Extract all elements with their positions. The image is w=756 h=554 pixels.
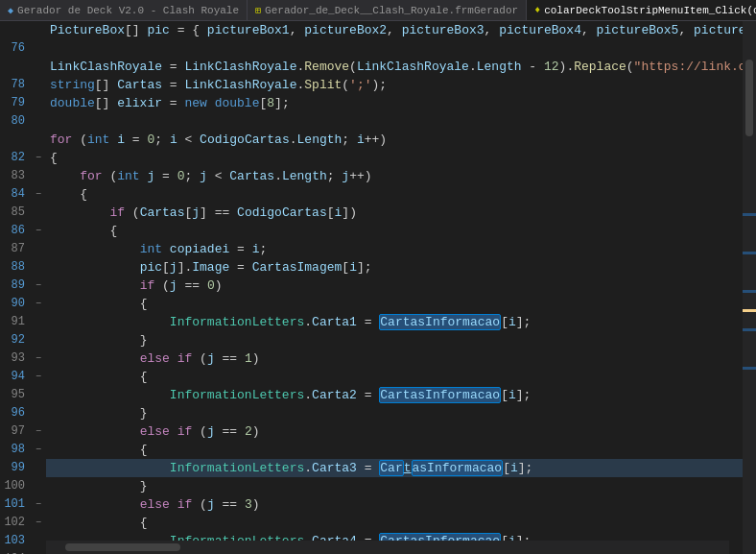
- h-scroll-thumb[interactable]: [65, 543, 180, 551]
- scroll-marker-2: [743, 252, 756, 254]
- scroll-current-marker: [743, 309, 756, 312]
- editor: 76 78 79 80 82 83 84 85 86 87 88 89 90 9…: [0, 21, 756, 554]
- code-line: int copiadei = i;: [46, 240, 743, 258]
- code-line: if (j == 0): [46, 277, 743, 295]
- code-line: InformationLetters.Carta1 = CartasInform…: [46, 313, 743, 331]
- code-line: {: [46, 441, 743, 459]
- scroll-marker-1: [743, 213, 756, 216]
- code-line: {: [46, 222, 743, 240]
- tab-1-label: Gerador de Deck V2.0 - Clash Royale: [17, 5, 239, 16]
- tab-2-icon: ⊞: [255, 5, 261, 16]
- code-line: }: [46, 404, 743, 422]
- code-line: {: [46, 185, 743, 204]
- code-line: {: [46, 514, 743, 532]
- code-line: string[] Cartas = LinkClashRoyale.Split(…: [46, 76, 743, 94]
- code-line: for (int i = 0; i < CodigoCartas.Length;…: [46, 131, 743, 149]
- vertical-scrollbar[interactable]: [743, 21, 756, 554]
- tab-2[interactable]: ⊞ Gerador_de_Deck__Clash_Royale.frmGerad…: [248, 0, 527, 20]
- tab-3-icon: ♦: [534, 5, 540, 15]
- code-line: [46, 39, 743, 58]
- code-line: }: [46, 331, 743, 349]
- code-line: {: [46, 368, 743, 386]
- title-bar: ◆ Gerador de Deck V2.0 - Clash Royale ⊞ …: [0, 0, 756, 21]
- tab-3[interactable]: ♦ colarDeckToolStripMenuItem_Click(objec…: [527, 0, 756, 20]
- line-numbers-gutter: 76 78 79 80 82 83 84 85 86 87 88 89 90 9…: [0, 21, 31, 554]
- collapse-gutter: − − − − − − − − − − −: [31, 21, 46, 554]
- code-line: {: [46, 149, 743, 167]
- scrollbar-thumb[interactable]: [745, 60, 753, 136]
- code-line: }: [46, 477, 743, 495]
- tab-1[interactable]: ◆ Gerador de Deck V2.0 - Clash Royale: [0, 0, 248, 20]
- scroll-marker-4: [743, 328, 756, 331]
- code-line: double[] elixir = new double[8];: [46, 94, 743, 112]
- code-line: else if (j == 2): [46, 422, 743, 441]
- code-line: else if (j == 3): [46, 495, 743, 514]
- code-line: pic[j].Image = CartasImagem[i];: [46, 258, 743, 277]
- code-line: InformationLetters.Carta2 = CartasInform…: [46, 386, 743, 404]
- tab-2-label: Gerador_de_Deck__Clash_Royale.frmGerador: [265, 5, 518, 16]
- code-line: PictureBox[] pic = { pictureBox1, pictur…: [46, 21, 743, 39]
- code-area[interactable]: PictureBox[] pic = { pictureBox1, pictur…: [46, 21, 743, 554]
- code-line: InformationLetters.Carta3 = CartasInform…: [46, 459, 743, 477]
- code-line: {: [46, 295, 743, 313]
- tab-3-label: colarDeckToolStripMenuItem_Click(object …: [544, 5, 756, 16]
- tab-1-icon: ◆: [8, 5, 13, 16]
- horizontal-scrollbar[interactable]: [46, 541, 729, 554]
- code-line: [46, 112, 743, 131]
- scroll-marker-3: [743, 290, 756, 293]
- scroll-marker-5: [743, 367, 756, 370]
- code-line: if (Cartas[j] == CodigoCartas[i]): [46, 204, 743, 222]
- code-line: LinkClashRoyale = LinkClashRoyale.Remove…: [46, 58, 743, 76]
- code-line: for (int j = 0; j < Cartas.Length; j++): [46, 167, 743, 185]
- code-line: else if (j == 1): [46, 349, 743, 368]
